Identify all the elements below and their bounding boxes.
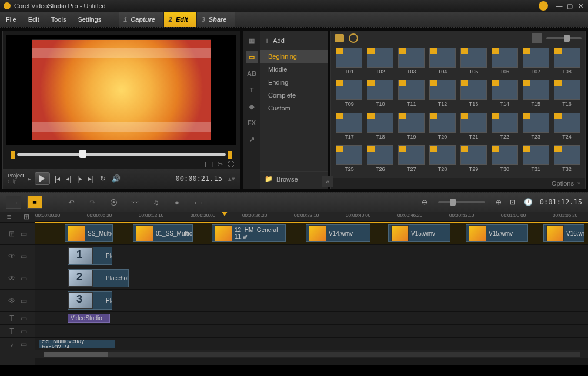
- template-thumb[interactable]: T29: [459, 145, 489, 176]
- clip[interactable]: Pla3: [68, 291, 112, 310]
- timeline-h-scrollbar[interactable]: [35, 350, 588, 358]
- step-capture[interactable]: 1Capture: [119, 12, 164, 27]
- title-track[interactable]: VideoStudio: [35, 311, 588, 324]
- mode-project[interactable]: Project: [8, 173, 24, 179]
- filter-tab-icon[interactable]: FX: [246, 117, 258, 129]
- template-thumb[interactable]: T11: [397, 80, 426, 110]
- title-tab-icon[interactable]: T: [246, 84, 258, 96]
- menu-file[interactable]: File: [0, 16, 22, 23]
- overlay2-track-header[interactable]: 👁▭: [0, 267, 35, 289]
- minimize-button[interactable]: —: [555, 2, 563, 10]
- folder-icon[interactable]: [335, 34, 344, 42]
- template-thumb[interactable]: T14: [490, 80, 519, 110]
- repeat-button[interactable]: ↻: [99, 174, 107, 183]
- template-thumb[interactable]: T04: [428, 48, 457, 78]
- title-track-2[interactable]: [35, 324, 588, 337]
- template-thumb[interactable]: T28: [428, 145, 457, 176]
- collapse-panel-button[interactable]: «: [322, 176, 333, 187]
- recent-icon[interactable]: [349, 33, 358, 43]
- expand-icon[interactable]: ⛶: [228, 160, 234, 169]
- add-template-button[interactable]: + Add: [260, 33, 328, 48]
- step-share[interactable]: 3Share: [197, 12, 236, 27]
- record-button[interactable]: ⦿: [106, 196, 121, 209]
- volume-button[interactable]: 🔊: [111, 174, 122, 183]
- voice-track[interactable]: SS_Multioverlay track02_M: [35, 337, 588, 350]
- undo-button[interactable]: ↶: [64, 196, 79, 209]
- fit-project-button[interactable]: ⊡: [509, 198, 517, 206]
- clip[interactable]: V14.wmv: [306, 224, 370, 242]
- maximize-button[interactable]: ▢: [566, 2, 574, 10]
- timeline-body[interactable]: 00:00:00.0000:00:06.2000:00:13.1000:00:2…: [35, 212, 588, 365]
- redo-button[interactable]: ↷: [85, 196, 100, 209]
- project-duration[interactable]: 0:01:12.15: [540, 198, 582, 206]
- media-tab-icon[interactable]: ▦: [246, 35, 258, 46]
- template-thumb[interactable]: T06: [490, 48, 519, 78]
- path-tab-icon[interactable]: ↗: [246, 133, 258, 145]
- title2-track-header[interactable]: T▭: [0, 324, 35, 337]
- toggle-all-tracks-button[interactable]: ≡: [0, 212, 18, 222]
- category-middle[interactable]: Middle: [260, 63, 328, 76]
- scrub-track[interactable]: [17, 153, 226, 156]
- options-chevron-icon[interactable]: »: [577, 180, 580, 186]
- category-custom[interactable]: Custom: [260, 102, 328, 115]
- template-thumb[interactable]: T23: [521, 113, 550, 143]
- timeline-ruler[interactable]: 00:00:00.0000:00:06.2000:00:13.1000:00:2…: [35, 212, 588, 222]
- help-icon[interactable]: [539, 1, 548, 11]
- template-thumb[interactable]: T24: [552, 113, 582, 143]
- scrub-thumb[interactable]: [79, 150, 86, 158]
- track-manager-button[interactable]: ⊞: [18, 212, 35, 222]
- play-button[interactable]: [35, 172, 50, 185]
- mark-out-handle[interactable]: [227, 151, 232, 159]
- video-track[interactable]: SS_Multiover01_SS_Multiove12_HM_General …: [35, 222, 588, 244]
- timeline-view-button[interactable]: ≡: [27, 196, 42, 209]
- template-thumb[interactable]: T15: [521, 80, 550, 110]
- clip[interactable]: 12_HM_General 11.w: [212, 224, 286, 242]
- zoom-in-button[interactable]: ⊕: [495, 198, 503, 206]
- template-thumb[interactable]: T05: [459, 48, 489, 78]
- title-track-header[interactable]: T▭: [0, 311, 35, 324]
- browse-button[interactable]: 📁 Browse «: [260, 171, 328, 186]
- category-complete[interactable]: Complete: [260, 89, 328, 102]
- clip[interactable]: 01_SS_Multiove: [133, 224, 193, 242]
- template-thumb[interactable]: T19: [397, 113, 426, 143]
- graphic-tab-icon[interactable]: ◆: [246, 100, 258, 112]
- clip[interactable]: VideoStudio: [68, 314, 110, 323]
- category-ending[interactable]: Ending: [260, 76, 328, 89]
- clip[interactable]: V15.wmv: [466, 224, 528, 242]
- track-motion-button[interactable]: ●: [169, 196, 185, 209]
- overlay-track-2[interactable]: Placehold2: [35, 267, 588, 289]
- preview-screen[interactable]: [6, 35, 236, 145]
- clip[interactable]: SS_Multioverlay track02_M: [39, 340, 115, 348]
- template-thumb[interactable]: T26: [366, 145, 395, 176]
- template-thumb[interactable]: T32: [552, 145, 582, 176]
- menu-edit[interactable]: Edit: [22, 16, 45, 23]
- transition-tab-icon[interactable]: AB: [246, 68, 258, 79]
- step-edit[interactable]: 2Edit: [164, 12, 197, 27]
- instant-project-tab-icon[interactable]: ▭: [246, 51, 258, 63]
- thumbnail-zoom-slider[interactable]: [546, 37, 582, 39]
- prev-frame-button[interactable]: ◂|: [65, 174, 72, 183]
- template-thumb[interactable]: T17: [335, 113, 364, 143]
- mark-in-handle[interactable]: [11, 151, 16, 159]
- audio-mixer-button[interactable]: 〰: [127, 196, 142, 209]
- zoom-out-button[interactable]: ⊖: [420, 198, 429, 206]
- template-thumb[interactable]: T13: [459, 80, 489, 110]
- template-thumb[interactable]: T22: [490, 113, 519, 143]
- timecode-display[interactable]: 00:00:21.15: [176, 174, 222, 183]
- clip[interactable]: Placehold2: [68, 269, 129, 287]
- template-thumb[interactable]: T31: [521, 145, 550, 176]
- mode-clip[interactable]: Clip: [8, 179, 24, 184]
- options-link[interactable]: Options: [552, 180, 574, 187]
- template-thumb[interactable]: T12: [428, 80, 457, 110]
- template-thumb[interactable]: T21: [459, 113, 489, 143]
- auto-music-button[interactable]: ♫: [148, 196, 163, 209]
- close-button[interactable]: ✕: [576, 2, 584, 10]
- template-thumb[interactable]: T27: [397, 145, 426, 176]
- template-thumb[interactable]: T01: [335, 48, 364, 78]
- subtitle-button[interactable]: ▭: [191, 196, 206, 209]
- menu-settings[interactable]: Settings: [72, 16, 107, 23]
- home-button[interactable]: |◂: [54, 174, 61, 183]
- template-thumb[interactable]: T02: [366, 48, 395, 78]
- clip[interactable]: V16.wmv: [543, 224, 584, 242]
- template-thumb[interactable]: T07: [521, 48, 550, 78]
